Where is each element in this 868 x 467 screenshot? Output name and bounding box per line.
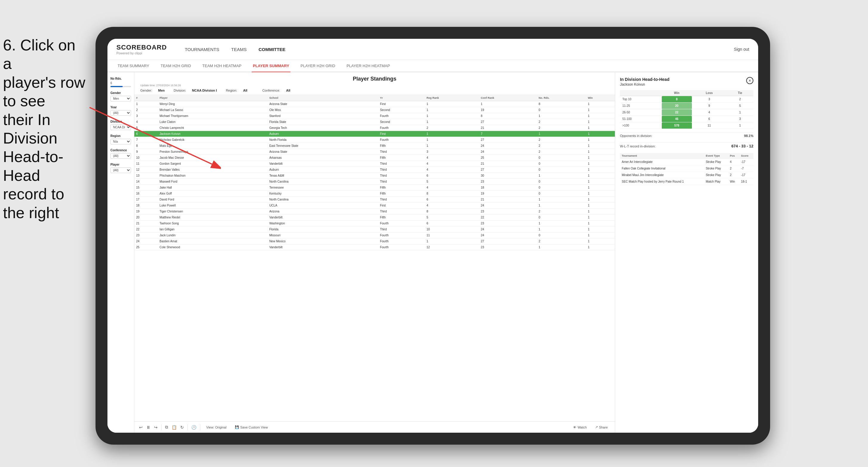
table-row[interactable]: 18 Luke Powell UCLA First 4 24 1 1 — [134, 203, 615, 209]
table-row[interactable]: 12 Brendan Valles Auburn Third 4 27 0 1 — [134, 167, 615, 173]
nav-teams[interactable]: TEAMS — [231, 46, 247, 53]
table-row[interactable]: 6 Jackson Koivun Auburn First 1 7 1 1 — [134, 131, 615, 137]
row-rds: 1 — [537, 197, 586, 203]
sign-out-link[interactable]: Sign out — [734, 47, 749, 52]
division-filter-val: NCAA Division I — [192, 89, 217, 92]
table-row[interactable]: 14 Maxwell Ford North Carolina Third 5 2… — [134, 179, 615, 185]
table-row[interactable]: 10 Jacob Mac Diesse Arkansas Fifth 4 25 … — [134, 155, 615, 161]
col-reg-rank: Reg Rank — [425, 95, 479, 101]
filter-region-select[interactable]: N/a — [111, 139, 131, 145]
table-row[interactable]: 4 Luke Claton Florida State Second 1 27 … — [134, 119, 615, 125]
row-reg: 1 — [425, 239, 479, 244]
pause-icon[interactable]: ⏸ — [146, 425, 150, 430]
subnav-team-h2h-heatmap[interactable]: TEAM H2H HEATMAP — [201, 60, 243, 72]
nav-committee[interactable]: COMMITTEE — [258, 46, 285, 53]
subnav-team-h2h-grid[interactable]: TEAM H2H GRID — [159, 60, 192, 72]
filter-player-select[interactable]: (All) — [111, 167, 131, 173]
update-time: Update time: 27/03/2024 16:56:26 — [140, 84, 609, 87]
row-conf: 21 — [479, 161, 537, 167]
table-row[interactable]: 5 Christo Lamprecht Georgia Tech Fourth … — [134, 125, 615, 131]
row-num: 15 — [134, 185, 158, 191]
row-rds: 1 — [537, 173, 586, 179]
row-rds: 0 — [537, 232, 586, 239]
table-row[interactable]: 3 Michael Thorbjornsen Stanford Fourth 1… — [134, 113, 615, 119]
table-row[interactable]: 24 Bastien Amat New Mexico Fourth 1 27 2… — [134, 239, 615, 244]
table-row[interactable]: 16 Alex Goff Kentucky Fifth 8 19 0 1 — [134, 191, 615, 197]
subnav-player-h2h-heatmap[interactable]: PLAYER H2H HEATMAP — [345, 60, 391, 72]
h2h-panel: In Division Head-to-Head Jackson Koivun … — [615, 72, 758, 433]
table-row[interactable]: 20 Matthew Riedel Vanderbilt Fifth 5 22 … — [134, 215, 615, 220]
row-conf: 27 — [479, 167, 537, 173]
row-player: Wenyi Ding — [158, 101, 268, 107]
tourney-type: Match Play — [704, 179, 728, 185]
table-row[interactable]: 8 Mats Ege East Tennessee State Fifth 1 … — [134, 143, 615, 149]
row-conf: 23 — [479, 244, 537, 250]
row-conf: 27 — [479, 239, 537, 244]
row-yr: Fourth — [378, 137, 425, 143]
refresh-icon[interactable]: ↻ — [180, 425, 184, 430]
table-row[interactable]: 23 Jack Lundin Missouri Fourth 11 24 0 1 — [134, 232, 615, 239]
row-yr: Fourth — [378, 220, 425, 226]
table-row[interactable]: 1 Wenyi Ding Arizona State First 1 1 8 1 — [134, 101, 615, 107]
nav-tournaments[interactable]: TOURNAMENTS — [185, 46, 219, 53]
filter-conference-select[interactable]: (All) — [111, 153, 131, 159]
tourney-type: Stroke Play — [704, 159, 728, 165]
table-row[interactable]: 13 Phichaksn Maichon Texas A&M Third 6 3… — [134, 173, 615, 179]
row-player: Gordon Sargent — [158, 161, 268, 167]
table-row[interactable]: 9 Preston Summerhays Arizona State Third… — [134, 149, 615, 155]
watch-btn[interactable]: 👁 Watch — [571, 424, 589, 430]
table-row[interactable]: 17 David Ford North Carolina Third 6 21 … — [134, 197, 615, 203]
row-school: Washington — [268, 220, 378, 226]
subnav-player-summary[interactable]: PLAYER SUMMARY — [252, 60, 290, 72]
filter-division: Division NCAA Division I — [111, 120, 131, 130]
row-num: 19 — [134, 209, 158, 215]
row-yr: First — [378, 131, 425, 137]
row-conf: 23 — [479, 179, 537, 185]
copy-icon[interactable]: ⧉ — [165, 425, 168, 430]
subnav-player-h2h-grid[interactable]: PLAYER H2H GRID — [299, 60, 336, 72]
paste-icon[interactable]: 📋 — [172, 425, 177, 430]
row-yr: Fifth — [378, 155, 425, 161]
row-num: 14 — [134, 179, 158, 185]
redo-icon[interactable]: ↪ — [154, 425, 158, 430]
filter-gender-select[interactable]: Men — [111, 96, 131, 101]
row-reg: 4 — [425, 161, 479, 167]
table-row[interactable]: 21 Taehoon Song Washington Fourth 6 23 1… — [134, 220, 615, 226]
share-btn[interactable]: ↗ Share — [593, 424, 610, 430]
toolbar-divider-1 — [161, 424, 161, 430]
table-row[interactable]: 15 Jake Hall Tennessee Fifth 4 18 0 1 — [134, 185, 615, 191]
share-icon: ↗ — [595, 425, 598, 429]
row-num: 6 — [134, 131, 158, 137]
view-original-btn[interactable]: View: Original — [204, 424, 229, 430]
table-row[interactable]: 19 Tiger Christensen Arizona Third 8 23 … — [134, 209, 615, 215]
row-reg: 4 — [425, 203, 479, 209]
subnav-team-summary[interactable]: TEAM SUMMARY — [116, 60, 150, 72]
row-reg: 6 — [425, 197, 479, 203]
save-custom-btn[interactable]: 💾 Save Custom View — [232, 424, 271, 430]
table-row[interactable]: 25 Cole Sherwood Vanderbilt Fourth 12 23… — [134, 244, 615, 250]
table-row[interactable]: 2 Michael La Sasso Ole Miss Second 1 19 … — [134, 107, 615, 113]
undo-icon[interactable]: ↩ — [139, 425, 143, 430]
nav-right: Sign out — [734, 47, 749, 52]
standings-header: Player Standings Update time: 27/03/2024… — [134, 72, 615, 95]
row-rds: 0 — [537, 179, 586, 185]
h2h-loss: 3 — [692, 96, 726, 103]
table-row[interactable]: 22 Ian Gilligan Florida Third 10 24 1 1 — [134, 226, 615, 232]
tourney-pos: 2 — [728, 165, 739, 172]
row-win: 1 — [586, 143, 615, 149]
row-rds: 2 — [537, 239, 586, 244]
row-rds: 2 — [537, 137, 586, 143]
filter-year-select[interactable]: (All) — [111, 110, 131, 116]
row-num: 9 — [134, 149, 158, 155]
row-player: Phichaksn Maichon — [158, 173, 268, 179]
toolbar-divider-2 — [187, 424, 188, 430]
clock-icon[interactable]: 🕐 — [191, 425, 196, 430]
filter-division-select[interactable]: NCAA Division I — [111, 124, 131, 130]
h2h-row: 26-50 22 4 1 — [620, 109, 753, 116]
h2h-close-button[interactable]: × — [746, 77, 753, 84]
table-row[interactable]: 7 Nicholas Gabrelcik North Florida Fourt… — [134, 137, 615, 143]
player-standings-table: # Player School Yr Reg Rank Conf Rank No… — [134, 95, 615, 250]
row-win: 1 — [586, 215, 615, 220]
filter-slider[interactable] — [111, 86, 131, 87]
table-row[interactable]: 11 Gordon Sargent Vanderbilt Third 4 21 … — [134, 161, 615, 167]
